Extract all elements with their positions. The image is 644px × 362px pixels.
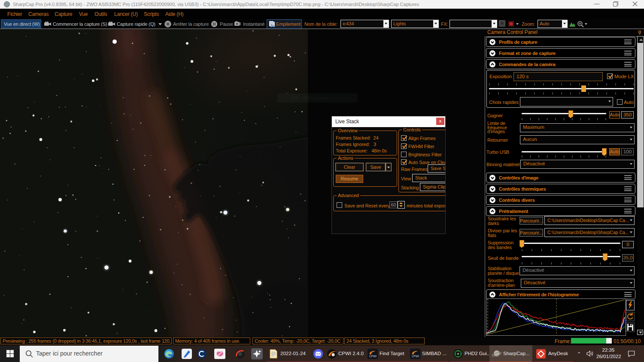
svg-text:CPWI: CPWI xyxy=(369,355,377,358)
svg-text:CPWI: CPWI xyxy=(412,355,419,358)
